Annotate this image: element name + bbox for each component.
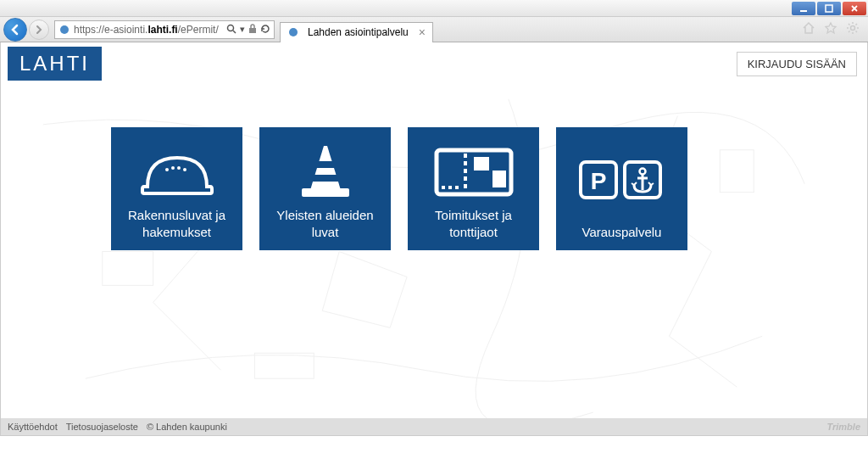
svg-point-13	[177, 166, 181, 170]
minimize-button[interactable]	[792, 2, 815, 15]
svg-rect-10	[254, 353, 314, 378]
svg-rect-17	[302, 188, 349, 197]
svg-point-14	[183, 168, 186, 171]
maximize-button[interactable]	[817, 2, 841, 15]
plot-icon	[415, 137, 532, 207]
tile-label: Rakennusluvat ja hakemukset	[118, 207, 236, 240]
tile-label: Toimitukset ja tonttijaot	[415, 207, 532, 240]
page-header: LAHTI KIRJAUDU SISÄÄN	[1, 42, 867, 85]
svg-point-2	[60, 25, 69, 34]
page-footer: Käyttöehdot Tietosuojaseloste © Lahden k…	[1, 418, 867, 435]
settings-icon[interactable]	[846, 21, 860, 37]
browser-tools	[802, 21, 865, 37]
page-content: LAHTI KIRJAUDU SISÄÄN Rakennusluvat ja h…	[0, 42, 868, 436]
tab-favicon	[287, 26, 299, 38]
browser-toolbar: https://e-asiointi.lahti.fi/ePermit/ ▾ L…	[0, 17, 868, 42]
site-logo[interactable]: LAHTI	[8, 47, 102, 81]
tile-label: Varauspalvelu	[582, 224, 662, 241]
svg-rect-21	[492, 171, 506, 187]
cone-icon	[266, 137, 384, 207]
tab-close-icon[interactable]: ×	[419, 25, 426, 39]
svg-rect-16	[313, 175, 338, 182]
dropdown-icon[interactable]: ▾	[240, 24, 245, 35]
login-button[interactable]: KIRJAUDU SISÄÄN	[737, 52, 857, 76]
footer-brand: Trimble	[826, 422, 860, 432]
search-icon[interactable]	[226, 24, 236, 36]
svg-point-12	[171, 166, 175, 170]
svg-point-5	[289, 28, 298, 36]
site-icon	[58, 24, 70, 36]
nav-forward-button[interactable]	[29, 20, 49, 40]
tile-toimitukset[interactable]: Toimitukset ja tonttijaot	[408, 127, 539, 250]
url-text: https://e-asiointi.lahti.fi/ePermit/	[74, 24, 226, 36]
svg-rect-4	[249, 28, 256, 33]
svg-rect-7	[103, 252, 153, 286]
svg-point-6	[851, 26, 855, 31]
hardhat-icon	[118, 137, 236, 207]
footer-terms-link[interactable]: Käyttöehdot	[8, 422, 58, 432]
nav-back-button[interactable]	[3, 18, 27, 42]
home-icon[interactable]	[802, 21, 815, 37]
tile-label: Yleisten alueiden luvat	[266, 207, 384, 240]
footer-copyright: © Lahden kaupunki	[147, 422, 227, 432]
address-bar[interactable]: https://e-asiointi.lahti.fi/ePermit/ ▾	[54, 20, 275, 39]
svg-point-26	[639, 169, 645, 175]
favorites-icon[interactable]	[824, 21, 837, 37]
tiles-row: Rakennusluvat ja hakemukset Yleisten alu…	[1, 85, 867, 250]
tile-rakennusluvat[interactable]: Rakennusluvat ja hakemukset	[111, 127, 242, 250]
footer-privacy-link[interactable]: Tietosuojaseloste	[66, 422, 138, 432]
browser-tab[interactable]: Lahden asiointipalvelu ×	[280, 22, 433, 42]
tile-yleisten-alueiden[interactable]: Yleisten alueiden luvat	[259, 127, 391, 250]
tab-title: Lahden asiointipalvelu	[308, 26, 409, 38]
window-titlebar	[0, 0, 868, 17]
reservation-icon: P	[563, 137, 681, 224]
svg-rect-15	[316, 161, 335, 168]
tile-varauspalvelu[interactable]: P Varauspalvelu	[556, 127, 687, 250]
svg-text:P: P	[590, 168, 606, 194]
svg-rect-20	[474, 157, 489, 171]
svg-point-11	[165, 168, 169, 171]
svg-rect-0	[800, 10, 807, 12]
svg-point-3	[228, 25, 234, 31]
close-button[interactable]	[843, 2, 866, 15]
refresh-icon[interactable]	[260, 24, 270, 36]
lock-icon	[248, 24, 257, 36]
svg-rect-1	[826, 5, 832, 12]
